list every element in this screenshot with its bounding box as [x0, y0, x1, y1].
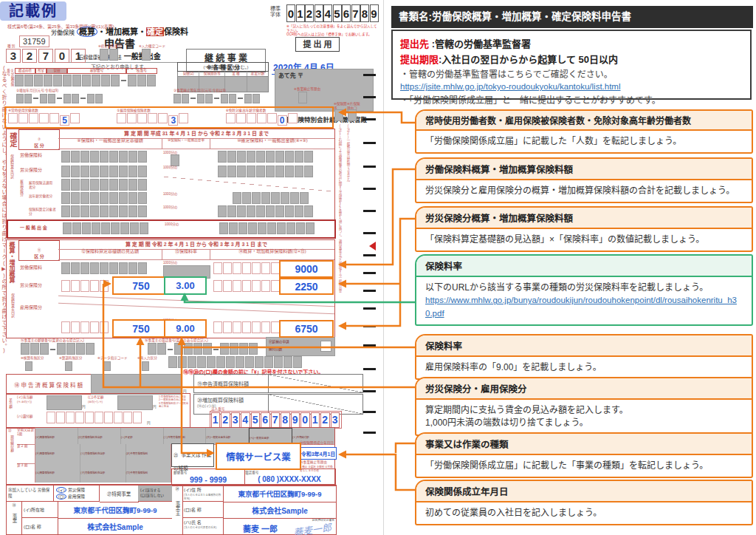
business-type-label: ㉓ 事業又は 作業の種類: [171, 443, 214, 467]
callout-rousai-premium: 労災保険分概算・増加概算保険料額 「保険料算定基礎額の見込額」×「保険料率」の数…: [415, 206, 753, 252]
form-note-right-1: (注1)石綿による健康被害の救済に関する法律第35条第1項に基づく、適用事業主か…: [337, 124, 341, 338]
fix-item-boxes: [100, 49, 119, 64]
abolish-reason2-label: ㉕事業廃止等理由: [300, 460, 327, 465]
example-badge: 記載例: [0, 1, 66, 21]
kantoku-list-link[interactable]: https://jsite.mhlw.go.jp/tokyo-roudoukyo…: [400, 82, 621, 91]
abolish-reason-label: ※事業廃止等理由: [294, 87, 320, 92]
fold-mark: [363, 432, 376, 434]
increase-date-boxes: [16, 93, 103, 106]
input-code-box: [142, 49, 151, 64]
tel-cell: 電話番号 ( 080 )XXXX-XXXX: [244, 468, 336, 486]
document-title-header: 書類名:労働保険概算・増加概算・確定保険料申告書: [391, 6, 753, 28]
type-value: 32701: [6, 49, 87, 63]
callout-establishment-date: 保険関係成立年月日 初めての従業員の入社日を記入しましょう。: [415, 480, 753, 525]
owner-address-label: (イ)住 所 (法人のときは主たる事務所の所在地): [182, 485, 224, 502]
special-business-label: ㉗特掲事業: [100, 485, 139, 502]
business-column-label: ㉘ 事業: [7, 502, 22, 534]
callout-total-premium: 労働保険料概算・増加概算保険料額 労災保険分と雇用保険分の概算・増加概算保険料額…: [415, 157, 753, 203]
insurance-no-row: 都道府県 所掌 管轄 基幹番号 枝番号: [15, 68, 170, 89]
fold-mark: [363, 368, 376, 370]
business-address: 東京都千代田区麹町9-99-9: [58, 502, 172, 519]
rousai-rate-link[interactable]: https://www.mhlw.go.jp/bunya/roudoukijun…: [425, 296, 737, 317]
owner-name-label: (ロ)名 称: [182, 502, 224, 518]
fold-mark: [363, 290, 376, 292]
fold-mark: [363, 210, 376, 212]
workers-regular: 5: [60, 115, 69, 126]
category-table: ※ 各 種 区 分 管轄(2) 保険関係等 業 種 産業分類: [177, 62, 269, 92]
establishment-date-value: 令和3年4月1日: [300, 447, 337, 460]
business-name: 株式会社Sample: [58, 518, 172, 534]
title-gaisan: 概算: [77, 27, 97, 37]
abolish-date-label: ③事業廃止等年月日(元号:令和は9): [173, 89, 226, 93]
estimate-total-amount: 9000: [279, 260, 334, 278]
fold-mark: [363, 307, 376, 310]
page: 記載例 様式第6号(第24条、第25条、第33条関係)(甲)(1)(表面) (な…: [0, 0, 756, 535]
koyou-rate: 9.00: [164, 319, 207, 338]
fold-mark: [363, 411, 376, 413]
workers-count-row: ④常時使用労働者数 5 ⑤雇用保険被保険者数 3 ⑥免除対象高年齢労働者数 0: [4, 106, 334, 129]
callout-wage-estimate: 労災保険分・雇用保険分 算定期間内に支払う賃金の見込み額を記入します。 1,00…: [415, 377, 753, 436]
owner-person-cell: 記名押印又は署名 蕎麦 一郎 蕎麦一郎: [224, 518, 336, 534]
settlement-table: 確定 保険料算定内訳 ⑦ 区 分 算 定 期 間 平成 31 年 4 月 1 日…: [6, 129, 335, 238]
addressee-label: あて先 〒: [275, 69, 373, 81]
difference-block: 差引額 (イ)充当額 (⑱-⑩の(イ)) 円 (ロ)不足額 (⑩の(イ)-⑱) …: [6, 393, 190, 429]
business-type-value: 情報サービス業: [216, 443, 301, 470]
business-address-label: (イ)所在地: [21, 502, 58, 518]
enrolled-insurance-label: ㉖加入している 労働保険: [7, 485, 54, 502]
establishment-date-label: ㉔保険関係成立年月日: [300, 441, 334, 446]
submission-info-box: 提出先 :管轄の労働基準監督署 提出期限:入社日の翌日からから起算して 50日以…: [391, 30, 752, 100]
type-label: 種 別: [7, 44, 15, 49]
fold-mark: [363, 74, 376, 76]
standard-font-label: 標準字体: [270, 6, 281, 17]
fold-mark: [363, 142, 376, 144]
callout-business-type: 事業又は作業の種類 「労働保険関係成立届」に記載した「事業の種類」を転記しましょ…: [415, 432, 753, 478]
special-business-options: (イ)該当する (ロ)該当しない: [138, 485, 172, 502]
fold-mark: [363, 188, 376, 190]
owner-address: 東京都千代田区麹町9-99-9: [224, 485, 336, 502]
deadline-label: 提出期限: [400, 54, 439, 65]
increase-date-label: ②増加年月日(元号:令和は9): [16, 89, 58, 93]
owner-person: 蕎麦 一郎: [243, 522, 278, 534]
standard-digits: 0123456789: [286, 4, 379, 22]
rousai-amount: 2250: [279, 278, 334, 295]
deadline-value: :入社日の翌日からから起算して 50日以内: [439, 54, 618, 65]
tel-change-boxes: [148, 343, 258, 358]
abolish-reason-box: [298, 92, 308, 106]
abolish-date-boxes: [173, 93, 261, 106]
title-kakutei: 確定: [146, 27, 164, 36]
owner-person-label: (ハ)氏 名 (法人のときは代表者の氏名): [182, 518, 224, 534]
fold-mark: [363, 325, 376, 327]
fold-mark: [363, 166, 376, 168]
submit-use-box: 提 出 用: [295, 37, 340, 52]
standard-note: ※「記入に当たっての注意事項」をよく読んでから記入して下さい。 OCR枠への記入…: [286, 24, 379, 37]
fold-triangle-icon: [369, 242, 376, 251]
form-code: 31759: [19, 35, 49, 47]
callout-rousai-rate: 保険料率 以下のURLから該当する事業の種類の労災保険料率を記載しましょう。 h…: [415, 254, 753, 326]
callout-koyou-rate: 保険料率 雇用保険料率の「9.00」を記載しましょう。: [415, 334, 753, 380]
fold-mark: [363, 390, 376, 392]
workers-insured: 3: [168, 115, 178, 126]
koyou-amount: 6750: [279, 320, 334, 338]
bottom-block: ㉖加入している 労働保険 (イ) 労災保険 (ロ) 雇用保険 ㉗特掲事業 (イ)…: [6, 485, 337, 535]
rousai-basis: 750: [112, 276, 170, 295]
deferral-panel: ⑰延納の申請 納付回数: [266, 337, 335, 356]
form-note-right-2: (注2)一般拠出金は延納できません: [346, 124, 349, 250]
fix-item-label: ※修正項目番号: [98, 44, 121, 49]
submit-to-label: 提出先: [400, 38, 429, 50]
workers-exempt: 0: [278, 115, 287, 126]
owner-name: 株式会社Sample: [224, 502, 336, 519]
postal-change-boxes: [21, 343, 95, 358]
insurance-no-label: ①労働保険番号: [6, 69, 14, 88]
declared-premium-box19: ⑲申告済概算保険料額: [193, 374, 363, 393]
panel-divider: [383, 0, 384, 535]
koyou-basis: 750: [112, 319, 170, 338]
declared-premium-label: ⑱申告済概算保険料額: [6, 374, 92, 395]
callout-workers-count: 常時使用労働者数・雇用保険被保険者数・免除対象高年齢労働者数 「労働保険関係成立…: [415, 109, 753, 154]
signature: 蕎麦一郎: [292, 519, 332, 535]
fold-mark: [363, 254, 376, 256]
rousai-rate: 3.00: [164, 276, 207, 295]
title-prefix: 労働保険: [51, 30, 75, 36]
postal-change-label: ⑮事業主の郵便番号(変更のある場合記入): [21, 338, 84, 343]
fold-mark: [363, 272, 376, 274]
fold-mark: [363, 232, 376, 234]
